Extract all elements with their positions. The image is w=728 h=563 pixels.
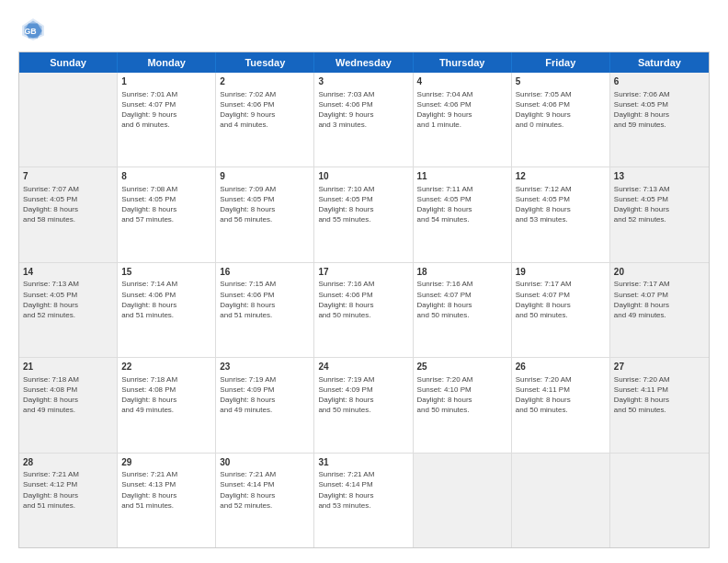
cell-info-line: Sunrise: 7:01 AM [121, 89, 211, 99]
calendar-cell: 16Sunrise: 7:15 AMSunset: 4:06 PMDayligh… [216, 263, 314, 357]
cell-info-line: and 58 minutes. [23, 214, 113, 224]
day-number: 16 [220, 266, 310, 279]
cell-info-line: and 52 minutes. [23, 310, 113, 320]
calendar-cell [414, 454, 512, 547]
cell-info-line: Sunset: 4:05 PM [614, 194, 705, 204]
day-number: 12 [516, 170, 606, 183]
cell-info-line: Daylight: 8 hours [516, 395, 606, 405]
calendar-cell [512, 454, 610, 547]
day-number: 3 [318, 75, 408, 88]
cell-info-line: Daylight: 8 hours [220, 204, 310, 214]
cell-info-line: Sunset: 4:09 PM [318, 385, 408, 395]
cell-info-line: Daylight: 8 hours [318, 300, 408, 310]
cell-info-line: and 0 minutes. [516, 120, 606, 130]
day-number: 27 [614, 361, 705, 373]
day-number: 9 [220, 170, 310, 183]
calendar-cell [610, 454, 709, 547]
cell-info-line: Sunrise: 7:13 AM [23, 279, 113, 289]
cell-info-line: Sunrise: 7:11 AM [417, 184, 507, 194]
day-number: 15 [121, 266, 211, 279]
calendar-cell: 1Sunrise: 7:01 AMSunset: 4:07 PMDaylight… [118, 73, 216, 167]
calendar-cell: 5Sunrise: 7:05 AMSunset: 4:06 PMDaylight… [512, 73, 610, 167]
cell-info-line: Sunrise: 7:19 AM [220, 374, 310, 385]
cell-info-line: Sunrise: 7:21 AM [23, 469, 113, 479]
cell-info-line: Sunset: 4:06 PM [516, 99, 606, 109]
cell-info-line: Sunrise: 7:21 AM [220, 469, 310, 479]
cell-info-line: and 57 minutes. [121, 214, 211, 224]
calendar-cell: 22Sunrise: 7:18 AMSunset: 4:08 PMDayligh… [118, 358, 216, 452]
day-number: 4 [417, 75, 507, 88]
cell-info-line: and 59 minutes. [614, 120, 705, 130]
cell-info-line: and 49 minutes. [220, 405, 310, 415]
calendar-cell: 6Sunrise: 7:06 AMSunset: 4:05 PMDaylight… [610, 73, 709, 167]
cell-info-line: Daylight: 8 hours [417, 300, 507, 310]
cell-info-line: and 53 minutes. [516, 214, 606, 224]
cell-info-line: Sunset: 4:14 PM [318, 479, 408, 489]
calendar-cell: 8Sunrise: 7:08 AMSunset: 4:05 PMDaylight… [118, 167, 216, 261]
cell-info-line: and 50 minutes. [516, 405, 606, 415]
cell-info-line: and 52 minutes. [220, 500, 310, 511]
cell-info-line: Sunrise: 7:05 AM [516, 89, 606, 99]
day-number: 14 [23, 266, 113, 279]
day-number: 2 [220, 75, 310, 88]
cell-info-line: Daylight: 8 hours [516, 300, 606, 310]
cell-info-line: and 51 minutes. [220, 310, 310, 320]
cell-info-line: Sunset: 4:07 PM [516, 290, 606, 300]
calendar-cell: 18Sunrise: 7:16 AMSunset: 4:07 PMDayligh… [414, 263, 512, 357]
cell-info-line: Sunrise: 7:21 AM [121, 469, 211, 479]
cell-info-line: Sunrise: 7:20 AM [516, 374, 606, 385]
calendar-cell: 17Sunrise: 7:16 AMSunset: 4:06 PMDayligh… [314, 263, 413, 357]
cell-info-line: Sunrise: 7:06 AM [614, 89, 705, 99]
cell-info-line: Daylight: 8 hours [23, 490, 113, 500]
calendar-cell: 7Sunrise: 7:07 AMSunset: 4:05 PMDaylight… [19, 167, 118, 261]
cell-info-line: Sunrise: 7:19 AM [318, 374, 408, 385]
cell-info-line: Sunrise: 7:14 AM [121, 279, 211, 289]
calendar-row-1: 7Sunrise: 7:07 AMSunset: 4:05 PMDaylight… [19, 167, 709, 261]
cell-info-line: Daylight: 9 hours [121, 109, 211, 120]
cell-info-line: Sunset: 4:13 PM [121, 479, 211, 489]
cell-info-line: Sunset: 4:05 PM [516, 194, 606, 204]
cell-info-line: and 49 minutes. [614, 310, 705, 320]
cell-info-line: Sunset: 4:06 PM [220, 290, 310, 300]
cell-info-line: Sunrise: 7:09 AM [220, 184, 310, 194]
cell-info-line: Daylight: 8 hours [23, 395, 113, 405]
cell-info-line: Sunrise: 7:08 AM [121, 184, 211, 194]
cell-info-line: Daylight: 8 hours [121, 204, 211, 214]
day-number: 13 [614, 170, 705, 183]
cell-info-line: Daylight: 8 hours [614, 300, 705, 310]
calendar-cell: 26Sunrise: 7:20 AMSunset: 4:11 PMDayligh… [512, 358, 610, 452]
calendar-cell: 4Sunrise: 7:04 AMSunset: 4:06 PMDaylight… [414, 73, 512, 167]
cell-info-line: Sunset: 4:10 PM [417, 385, 507, 395]
day-number: 8 [121, 170, 211, 183]
calendar-cell: 11Sunrise: 7:11 AMSunset: 4:05 PMDayligh… [414, 167, 512, 261]
cell-info-line: and 51 minutes. [23, 500, 113, 511]
cell-info-line: Sunset: 4:08 PM [23, 385, 113, 395]
calendar-body: 1Sunrise: 7:01 AMSunset: 4:07 PMDaylight… [19, 73, 709, 547]
cell-info-line: Sunset: 4:06 PM [417, 99, 507, 109]
logo: GB [18, 15, 51, 44]
cell-info-line: Sunrise: 7:20 AM [417, 374, 507, 385]
calendar-cell [19, 73, 118, 167]
calendar: SundayMondayTuesdayWednesdayThursdayFrid… [18, 52, 710, 548]
cell-info-line: and 50 minutes. [516, 310, 606, 320]
cell-info-line: Sunset: 4:07 PM [614, 290, 705, 300]
cell-info-line: Sunrise: 7:03 AM [318, 89, 408, 99]
calendar-cell: 12Sunrise: 7:12 AMSunset: 4:05 PMDayligh… [512, 167, 610, 261]
header-day-friday: Friday [512, 52, 610, 73]
cell-info-line: and 50 minutes. [614, 405, 705, 415]
cell-info-line: Daylight: 8 hours [121, 490, 211, 500]
cell-info-line: Sunrise: 7:02 AM [220, 89, 310, 99]
cell-info-line: Daylight: 8 hours [318, 490, 408, 500]
cell-info-line: Sunrise: 7:21 AM [318, 469, 408, 479]
day-number: 5 [516, 75, 606, 88]
day-number: 11 [417, 170, 507, 183]
calendar-cell: 2Sunrise: 7:02 AMSunset: 4:06 PMDaylight… [216, 73, 314, 167]
calendar-row-3: 21Sunrise: 7:18 AMSunset: 4:08 PMDayligh… [19, 357, 709, 452]
cell-info-line: and 3 minutes. [318, 120, 408, 130]
cell-info-line: and 50 minutes. [318, 405, 408, 415]
calendar-cell: 19Sunrise: 7:17 AMSunset: 4:07 PMDayligh… [512, 263, 610, 357]
cell-info-line: and 49 minutes. [23, 405, 113, 415]
cell-info-line: Daylight: 8 hours [614, 204, 705, 214]
cell-info-line: Sunset: 4:06 PM [121, 290, 211, 300]
cell-info-line: Daylight: 8 hours [220, 490, 310, 500]
